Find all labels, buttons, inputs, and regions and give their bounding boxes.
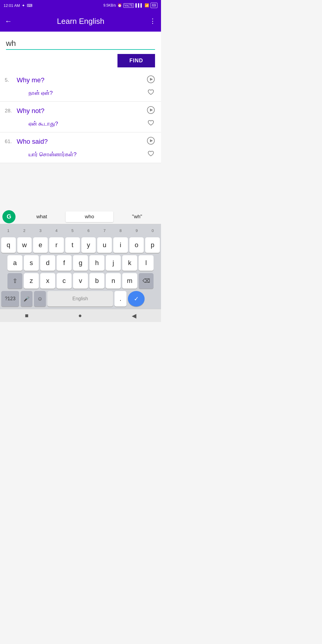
play-button-1[interactable]: [145, 74, 156, 86]
done-key[interactable]: ✓: [128, 291, 145, 306]
key-q[interactable]: q: [1, 237, 16, 253]
result-item-1: 5. Why me? நான் ஏன்?: [0, 71, 161, 102]
result-tamil-2: ஏன் கூடாது?: [17, 120, 145, 127]
back-button[interactable]: ←: [5, 17, 12, 25]
app-bar: ← Learn English ⋮: [0, 11, 161, 32]
key-e[interactable]: e: [33, 237, 48, 253]
result-item-2: 28. Why not? ஏன் கூடாது?: [0, 102, 161, 132]
status-icon-signal: ✦: [22, 3, 25, 8]
key-g[interactable]: g: [73, 255, 88, 271]
search-input[interactable]: [6, 39, 155, 50]
mic-key[interactable]: 🎤: [21, 291, 32, 306]
space-key[interactable]: English: [47, 291, 113, 306]
nav-back-button[interactable]: ◀: [132, 312, 136, 319]
key-row-2: a s d f g h j k l: [0, 254, 161, 272]
emoji-key[interactable]: ☺: [34, 291, 46, 306]
num-key-7[interactable]: 7: [97, 225, 112, 236]
find-button[interactable]: FIND: [117, 54, 155, 67]
key-b[interactable]: b: [89, 273, 104, 289]
num-key-1[interactable]: 1: [1, 225, 16, 236]
nav-bar: ■ ● ◀: [0, 309, 161, 322]
key-f[interactable]: f: [57, 255, 72, 271]
status-right: 9.5KB/s ⏰ VoLTE ▌▌▌ 📶 69: [103, 3, 157, 8]
result-number-3: 61.: [5, 139, 17, 145]
key-row-3: ⇧ z x c v b n m ⌫: [0, 272, 161, 290]
key-r[interactable]: r: [49, 237, 64, 253]
key-z[interactable]: z: [24, 273, 39, 289]
num-key-9[interactable]: 9: [129, 225, 144, 236]
status-icon-keyboard: ⌨: [27, 3, 32, 8]
result-number-2: 28.: [5, 108, 17, 114]
search-area: FIND: [0, 32, 161, 71]
result-item-3: 61. Who said? யார் சொன்னார்கள்?: [0, 132, 161, 163]
suggestion-what[interactable]: what: [18, 211, 66, 222]
key-w[interactable]: w: [17, 237, 32, 253]
delete-key[interactable]: ⌫: [139, 273, 154, 289]
shift-key[interactable]: ⇧: [7, 273, 22, 289]
status-network-speed: 9.5KB/s: [103, 3, 116, 7]
grammarly-icon[interactable]: G: [2, 210, 16, 223]
results-area: 5. Why me? நான் ஏன்? 28. Why not?: [0, 71, 161, 163]
num-key-5[interactable]: 5: [65, 225, 80, 236]
key-x[interactable]: x: [40, 273, 55, 289]
result-english-3: Who said?: [17, 138, 145, 145]
key-h[interactable]: h: [89, 255, 104, 271]
page-title: Learn English: [17, 17, 145, 26]
status-icon-bars: ▌▌▌: [135, 3, 143, 7]
more-options-button[interactable]: ⋮: [149, 17, 156, 25]
favorite-button-3[interactable]: [145, 148, 156, 160]
result-english-1: Why me?: [17, 76, 145, 84]
result-tamil-3: யார் சொன்னார்கள்?: [17, 151, 145, 158]
num-key-8[interactable]: 8: [113, 225, 129, 236]
key-s[interactable]: s: [24, 255, 39, 271]
suggestion-wh-quoted[interactable]: "wh": [113, 211, 161, 222]
play-button-2[interactable]: [145, 105, 156, 117]
key-i[interactable]: i: [113, 237, 128, 253]
status-icon-wifi: 📶: [145, 3, 149, 7]
num-key-0[interactable]: 0: [145, 225, 160, 236]
key-t[interactable]: t: [65, 237, 80, 253]
num-key-6[interactable]: 6: [81, 225, 96, 236]
key-v[interactable]: v: [73, 273, 88, 289]
num-key-2[interactable]: 2: [17, 225, 32, 236]
result-english-2: Why not?: [17, 107, 145, 115]
status-left: 12:01 AM ✦ ⌨: [4, 3, 32, 8]
suggestion-who[interactable]: who: [66, 211, 113, 222]
play-button-3[interactable]: [145, 135, 156, 148]
num-key-4[interactable]: 4: [49, 225, 64, 236]
status-battery: 69: [151, 3, 157, 8]
svg-marker-3: [150, 109, 153, 112]
key-k[interactable]: k: [122, 255, 137, 271]
result-number-1: 5.: [5, 77, 17, 83]
status-bar: 12:01 AM ✦ ⌨ 9.5KB/s ⏰ VoLTE ▌▌▌ 📶 69: [0, 0, 161, 11]
status-icon-alarm: ⏰: [117, 3, 122, 7]
favorite-button-2[interactable]: [145, 117, 156, 130]
svg-marker-5: [150, 139, 153, 142]
nav-circle-button[interactable]: ●: [78, 312, 82, 319]
suggestions-row: G what who "wh": [0, 209, 161, 224]
num-switch-key[interactable]: ?123: [1, 291, 19, 306]
key-j[interactable]: j: [106, 255, 121, 271]
favorite-button-1[interactable]: [145, 86, 156, 99]
status-time: 12:01 AM: [4, 3, 20, 8]
key-l[interactable]: l: [139, 255, 154, 271]
key-row-1: q w e r t y u i o p: [0, 236, 161, 254]
key-n[interactable]: n: [106, 273, 121, 289]
keyboard: G what who "wh" 1 2 3 4 5 6 7 8 9 0 q w …: [0, 209, 161, 322]
number-row: 1 2 3 4 5 6 7 8 9 0: [0, 224, 161, 236]
svg-marker-1: [150, 78, 153, 81]
bottom-row: ?123 🎤 ☺ English . ✓: [0, 290, 161, 309]
key-u[interactable]: u: [97, 237, 112, 253]
nav-square-button[interactable]: ■: [25, 312, 28, 319]
key-o[interactable]: o: [129, 237, 144, 253]
key-p[interactable]: p: [145, 237, 160, 253]
key-d[interactable]: d: [40, 255, 55, 271]
key-y[interactable]: y: [81, 237, 96, 253]
status-icon-volte: VoLTE: [123, 3, 134, 8]
result-tamil-1: நான் ஏன்?: [17, 90, 145, 96]
key-m[interactable]: m: [122, 273, 137, 289]
period-key[interactable]: .: [114, 291, 126, 306]
key-a[interactable]: a: [7, 255, 22, 271]
key-c[interactable]: c: [57, 273, 72, 289]
num-key-3[interactable]: 3: [33, 225, 48, 236]
